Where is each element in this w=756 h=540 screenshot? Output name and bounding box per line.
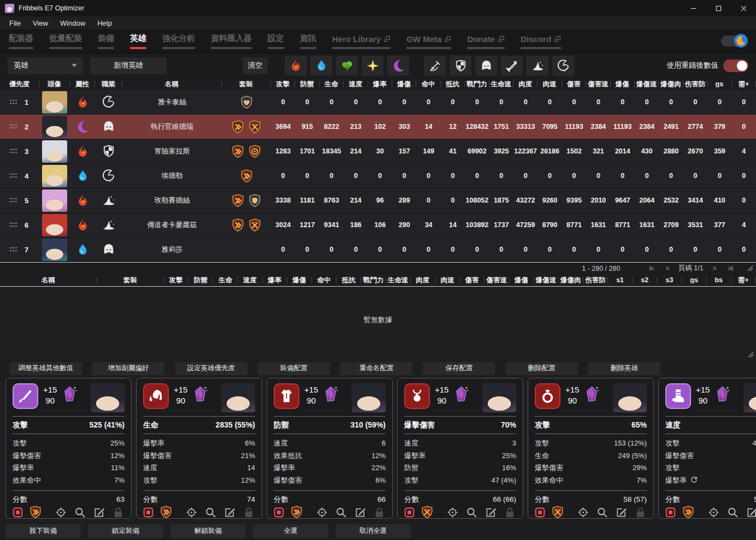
config-action-button[interactable]: 刪除英雄 bbox=[588, 362, 660, 375]
footer-action-button[interactable]: 全選 bbox=[253, 524, 328, 538]
column-header[interactable]: 優先度 bbox=[0, 81, 39, 87]
column-header[interactable]: 速度 bbox=[238, 277, 263, 283]
column-header[interactable]: 頭像 bbox=[39, 81, 70, 87]
config-action-button[interactable]: 設定英雄優先度 bbox=[175, 362, 247, 375]
class-filter-ranger[interactable] bbox=[501, 56, 523, 76]
edit-icon[interactable] bbox=[354, 506, 367, 519]
column-header[interactable]: 肉速 bbox=[538, 81, 562, 87]
inspect-icon[interactable] bbox=[465, 506, 478, 519]
locate-icon[interactable] bbox=[55, 506, 67, 519]
column-header[interactable]: 抵抗 bbox=[441, 81, 465, 87]
locate-icon[interactable] bbox=[446, 506, 459, 519]
column-header[interactable]: 速度 bbox=[344, 81, 368, 87]
column-header[interactable]: 生命 bbox=[213, 277, 238, 283]
table-row[interactable]: 7雅莉莎00000000000000000000 bbox=[0, 238, 756, 262]
element-filter-earth[interactable] bbox=[336, 56, 358, 76]
column-header[interactable]: 防禦 bbox=[295, 81, 319, 87]
inspect-icon[interactable] bbox=[727, 506, 739, 519]
element-filter-light[interactable] bbox=[362, 56, 383, 76]
select-checkbox-icon[interactable] bbox=[665, 507, 676, 518]
prev-page-icon[interactable]: < bbox=[660, 265, 675, 272]
column-header[interactable]: 攻擊 bbox=[271, 81, 295, 87]
config-action-button[interactable]: 刪除配置 bbox=[506, 362, 578, 375]
table-row[interactable]: 2執行官維德瑞369491582222131023031412128432175… bbox=[0, 115, 756, 139]
column-header[interactable]: 伤害防 bbox=[583, 277, 608, 283]
config-action-button[interactable]: 裝備配置 bbox=[258, 362, 330, 375]
drag-handle-icon[interactable] bbox=[9, 246, 18, 253]
column-header[interactable]: 爆傷 bbox=[509, 277, 534, 283]
lock-icon[interactable] bbox=[373, 506, 386, 519]
edit-icon[interactable] bbox=[615, 506, 628, 519]
gear-card-helmet[interactable]: +1590生命2835 (55%)爆擊率6%爆擊傷害21%速度14攻擊12%分數… bbox=[136, 378, 262, 519]
column-header[interactable]: 套裝 bbox=[222, 81, 271, 87]
column-header[interactable]: 爆傷肉 bbox=[559, 277, 583, 283]
menu-item-help[interactable]: Help bbox=[92, 18, 117, 28]
tab-配裝器[interactable]: 配裝器 bbox=[9, 33, 33, 53]
table-row[interactable]: 6傳道者卡麥蘿茲30241217934118610629034141038921… bbox=[0, 213, 756, 238]
select-checkbox-icon[interactable] bbox=[13, 507, 23, 518]
clear-button[interactable]: 清空 bbox=[243, 57, 268, 74]
class-filter-knight[interactable] bbox=[450, 56, 471, 76]
lock-icon[interactable] bbox=[112, 506, 125, 519]
footer-action-button[interactable]: 取消全選 bbox=[335, 524, 411, 538]
class-filter-warrior[interactable] bbox=[424, 56, 446, 76]
resize-handle-icon[interactable] bbox=[747, 265, 753, 271]
locate-icon[interactable] bbox=[577, 506, 589, 519]
tab-強化分析[interactable]: 強化分析 bbox=[162, 33, 195, 53]
minimize-button[interactable] bbox=[681, 0, 706, 16]
class-filter-mage[interactable] bbox=[527, 56, 548, 76]
lock-icon[interactable] bbox=[634, 506, 647, 519]
config-action-button[interactable]: 調整英雄其他數值 bbox=[10, 362, 82, 375]
column-header[interactable]: 肉度 bbox=[513, 81, 538, 87]
column-header[interactable]: 傷害 bbox=[562, 81, 586, 87]
column-header[interactable]: gs bbox=[707, 81, 731, 87]
inspect-icon[interactable] bbox=[335, 506, 347, 519]
class-filter-soul-weaver[interactable] bbox=[552, 56, 574, 76]
element-filter-dark[interactable] bbox=[387, 56, 409, 76]
locate-icon[interactable] bbox=[185, 506, 198, 519]
drag-handle-icon[interactable] bbox=[9, 148, 18, 155]
drag-handle-icon[interactable] bbox=[9, 123, 18, 130]
edit-icon[interactable] bbox=[93, 506, 105, 519]
gear-card-weapon[interactable]: +1590攻擊525 (41%)攻擊25%爆擊傷害12%爆擊率11%效果命中7%… bbox=[5, 378, 132, 519]
tab-hero-library[interactable]: Hero Library bbox=[332, 34, 391, 53]
column-header[interactable]: 職業 bbox=[95, 81, 122, 87]
config-action-button[interactable]: 重命名配置 bbox=[340, 362, 412, 375]
hero-filter-select[interactable]: 英雄 bbox=[8, 57, 83, 74]
menu-item-window[interactable]: Window bbox=[55, 18, 91, 28]
column-header[interactable]: 傷害速 bbox=[586, 81, 610, 87]
tab-donate[interactable]: Donate bbox=[467, 34, 505, 53]
close-button[interactable] bbox=[731, 0, 756, 16]
drag-handle-icon[interactable] bbox=[9, 222, 18, 228]
column-header[interactable]: 命中 bbox=[312, 277, 336, 283]
table-row[interactable]: 1雅卡泰絲00000000000000000000 bbox=[0, 90, 756, 115]
column-header[interactable]: 生命 bbox=[320, 81, 344, 87]
column-header[interactable]: 抵抗 bbox=[336, 277, 361, 283]
edit-icon[interactable] bbox=[746, 506, 756, 519]
tab-資料匯入器[interactable]: 資料匯入器 bbox=[211, 33, 252, 53]
tab-資訊[interactable]: 資訊 bbox=[300, 33, 316, 53]
drag-handle-icon[interactable] bbox=[9, 197, 18, 204]
config-action-button[interactable]: 保存配置 bbox=[423, 362, 495, 375]
element-filter-fire[interactable] bbox=[285, 56, 306, 76]
lock-icon[interactable] bbox=[243, 506, 255, 519]
menu-item-view[interactable]: View bbox=[27, 18, 54, 28]
edit-icon[interactable] bbox=[485, 506, 497, 519]
column-header[interactable]: 屬性 bbox=[70, 81, 95, 87]
footer-action-button[interactable]: 解鎖裝備 bbox=[170, 524, 246, 538]
select-checkbox-icon[interactable] bbox=[404, 507, 415, 518]
tab-gw-meta[interactable]: GW Meta bbox=[406, 34, 451, 53]
class-filter-thief[interactable] bbox=[475, 56, 497, 76]
gear-card-necklace[interactable]: +1590爆擊傷害70%速度3爆擊率25%防禦16%攻擊47 (4%)分數66 … bbox=[397, 378, 523, 519]
edit-icon[interactable] bbox=[223, 506, 236, 519]
element-filter-water[interactable] bbox=[310, 56, 332, 76]
tab-discord[interactable]: Discord bbox=[521, 34, 561, 53]
next-page-icon[interactable]: > bbox=[707, 265, 722, 272]
inspect-icon[interactable] bbox=[596, 506, 609, 519]
column-header[interactable]: 爆傷 bbox=[611, 81, 635, 87]
column-header[interactable]: 戰鬥力 bbox=[465, 81, 489, 87]
tab-設定[interactable]: 設定 bbox=[268, 33, 284, 53]
gear-card-armor[interactable]: +1590防禦310 (59%)速度6效果抵抗12%爆擊率22%爆擊傷害6%分數… bbox=[267, 378, 393, 519]
column-header[interactable]: 爆傷速 bbox=[635, 81, 659, 87]
column-header[interactable]: 攻擊 bbox=[164, 277, 188, 283]
